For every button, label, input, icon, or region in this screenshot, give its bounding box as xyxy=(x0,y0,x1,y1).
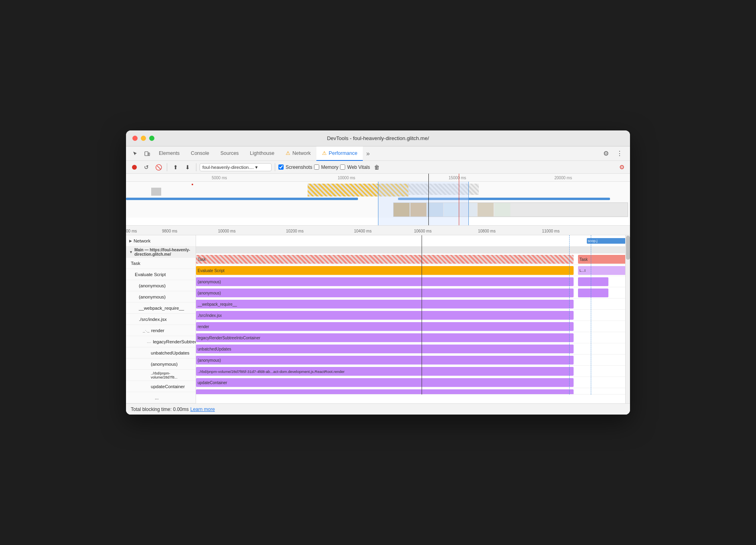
flame-bar-anon2[interactable]: (anonymous) xyxy=(196,289,574,297)
row-label-more[interactable]: ... xyxy=(126,392,196,403)
screenshot-thumb-4 xyxy=(444,203,460,216)
ruler-5000: 5000 ms xyxy=(212,176,227,180)
row-label-index[interactable]: ./src/index.jsx xyxy=(126,314,196,325)
flame-bar-evaluate-right[interactable]: L...t xyxy=(578,266,626,275)
flame-unbatched-label: unbatchedUpdates xyxy=(198,347,231,351)
flame-bar-task-right[interactable]: Task xyxy=(578,255,630,264)
tab-elements[interactable]: Elements xyxy=(153,146,185,161)
reload-record-button[interactable]: ↺ xyxy=(141,162,152,172)
tab-lighthouse[interactable]: Lighthouse xyxy=(244,146,280,161)
row-label-legacy[interactable]: .... legacyRenderSubtreeIntoContainer xyxy=(126,336,196,347)
row-label-evaluate[interactable]: Evaluate Script xyxy=(126,269,196,280)
scrollbar-thumb[interactable] xyxy=(626,236,630,260)
memory-checkbox-input[interactable] xyxy=(314,164,319,170)
screenshots-checkbox-input[interactable] xyxy=(278,164,284,170)
learn-more-link[interactable]: Learn more xyxy=(190,407,215,412)
flame-bar-unbatched[interactable]: unbatchedUpdates xyxy=(196,345,574,353)
tab-network-label: Network xyxy=(292,150,311,156)
flame-anon1-label: (anonymous) xyxy=(198,280,221,284)
tab-elements-label: Elements xyxy=(159,150,180,156)
screenshots-label: Screenshots xyxy=(286,164,312,170)
more-options-icon[interactable]: ⋮ xyxy=(614,148,625,159)
cpu-red-dot xyxy=(192,184,193,185)
upload-button[interactable]: ⬆ xyxy=(170,162,181,172)
flame-bar-more[interactable] xyxy=(196,389,574,395)
tab-console[interactable]: Console xyxy=(185,146,215,161)
cursor-icon[interactable] xyxy=(129,148,141,159)
minimize-button[interactable] xyxy=(141,136,146,141)
flame-bar-task[interactable]: Task xyxy=(196,255,574,264)
clear-button[interactable]: 🚫 xyxy=(153,162,164,172)
url-select[interactable]: foul-heavenly-direction.... ▾ xyxy=(200,163,272,171)
download-button[interactable]: ⬇ xyxy=(182,162,193,172)
separator-3 xyxy=(275,163,275,171)
separator-2 xyxy=(196,163,196,171)
row-update-text: updateContainer xyxy=(151,384,185,389)
network-item-soop[interactable]: soop.j xyxy=(587,238,626,244)
flame-bar-anon1-right[interactable] xyxy=(578,277,608,286)
memory-checkbox[interactable]: Memory xyxy=(314,164,338,170)
timeline-overview[interactable]: 5000 ms 10000 ms 15000 ms 20000 ms CPU N… xyxy=(126,174,630,226)
traffic-lights xyxy=(132,136,154,141)
row-webpack-text: __webpack_require__ xyxy=(139,306,184,311)
tab-console-label: Console xyxy=(191,150,209,156)
flame-bar-anon3[interactable]: (anonymous) xyxy=(196,356,574,365)
row-render-prefix: _·._ xyxy=(143,328,150,333)
main-collapse-icon: ▼ xyxy=(129,250,133,254)
screenshots-checkbox[interactable]: Screenshots xyxy=(278,164,312,170)
web-vitals-checkbox[interactable]: Web Vitals xyxy=(340,164,370,170)
tab-sources[interactable]: Sources xyxy=(215,146,244,161)
row-label-anon1[interactable]: (anonymous) xyxy=(126,280,196,291)
maximize-button[interactable] xyxy=(149,136,154,141)
row-label-update[interactable]: updateContainer xyxy=(126,381,196,392)
devtools-window: DevTools - foul-heavenly-direction.glitc… xyxy=(126,130,630,415)
flame-bar-index[interactable]: ./src/index.jsx xyxy=(196,311,574,320)
tab-performance[interactable]: ⚠ Performance xyxy=(316,146,363,161)
row-label-webpack[interactable]: __webpack_require__ xyxy=(126,303,196,314)
tracks-content[interactable]: soop.j Task Task xyxy=(196,235,630,403)
flame-render-label: render xyxy=(198,325,209,329)
device-toggle-icon[interactable] xyxy=(141,148,153,159)
flame-bar-rbd[interactable]: ../rbd/pnpm-volume/28d7f85f-31d7-4fd8-ab… xyxy=(196,367,574,376)
web-vitals-label: Web Vitals xyxy=(347,164,370,170)
net-blue-bar-2 xyxy=(398,198,610,200)
flame-row-evaluate: Evaluate Script L...t xyxy=(196,265,630,276)
row-label-task[interactable]: Task xyxy=(126,258,196,269)
row-label-anon2[interactable]: (anonymous) xyxy=(126,291,196,303)
web-vitals-checkbox-input[interactable] xyxy=(340,164,345,170)
network-track-label[interactable]: ▶ Network xyxy=(126,235,196,246)
settings-icon[interactable]: ⚙ xyxy=(600,148,612,159)
flame-bar-evaluate[interactable]: Evaluate Script xyxy=(196,266,574,275)
row-label-unbatched[interactable]: unbatchedUpdates xyxy=(126,347,196,359)
row-anon3-text: (anonymous) xyxy=(151,362,178,367)
row-label-anon3[interactable]: (anonymous) xyxy=(126,359,196,370)
ruler-10000: 10000 ms xyxy=(338,176,355,180)
flame-bar-render[interactable]: render xyxy=(196,322,574,331)
flame-bar-anon2-right[interactable] xyxy=(578,289,608,297)
record-button[interactable] xyxy=(129,162,140,172)
tab-lighthouse-label: Lighthouse xyxy=(250,150,274,156)
zoom-mark-10000: 10000 ms xyxy=(218,229,236,233)
vertical-scrollbar[interactable] xyxy=(625,235,630,403)
flame-row-network: soop.j xyxy=(196,235,630,246)
row-label-render[interactable]: _·._ render xyxy=(126,325,196,336)
tab-network[interactable]: ⚠ Network xyxy=(280,146,316,161)
flame-bar-legacy[interactable]: legacyRenderSubtreeIntoContainer xyxy=(196,333,574,342)
row-label-rbd[interactable]: ../rbd/pnpm-volume/28d7f8... xyxy=(126,370,196,381)
zoom-mark-10600: 10600 ms xyxy=(414,229,432,233)
tracks-panel: ▶ Network ▼ Main — https://foul-heavenly… xyxy=(126,235,630,403)
more-tabs-button[interactable]: » xyxy=(363,150,373,157)
performance-warning-icon: ⚠ xyxy=(322,150,327,156)
flame-bar-update[interactable]: updateContainer xyxy=(196,378,574,387)
flame-bar-anon1[interactable]: (anonymous) xyxy=(196,277,574,286)
close-button[interactable] xyxy=(132,136,138,141)
flame-row-anon2: (anonymous) xyxy=(196,287,630,299)
url-value: foul-heavenly-direction.... xyxy=(202,165,254,170)
main-track-label[interactable]: ▼ Main — https://foul-heavenly-direction… xyxy=(126,246,196,258)
trash-button[interactable]: 🗑 xyxy=(372,162,382,172)
flame-bar-webpack[interactable]: __webpack_require__ xyxy=(196,300,574,309)
flame-webpack-label: __webpack_require__ xyxy=(198,302,237,307)
screenshot-thumb-3 xyxy=(427,203,443,216)
net-blue-bar-1 xyxy=(126,198,358,200)
performance-settings-button[interactable]: ⚙ xyxy=(616,162,627,172)
